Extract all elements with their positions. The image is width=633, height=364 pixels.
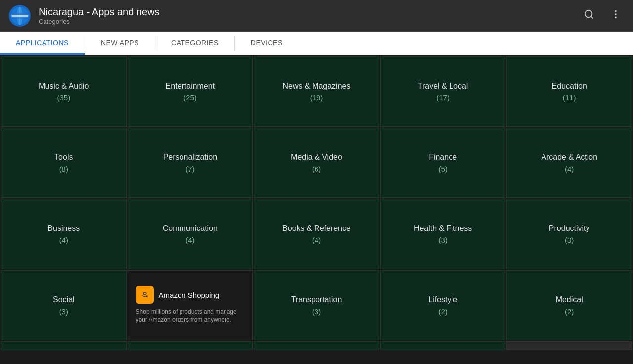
svg-line-10 [591, 16, 593, 18]
tab-devices[interactable]: Devices [235, 32, 299, 55]
svg-rect-7 [12, 15, 28, 17]
svg-point-11 [615, 10, 617, 12]
category-travel-local[interactable]: Travel & Local (17) [380, 56, 506, 127]
ad-app-name: Amazon Shopping [159, 291, 220, 299]
partial-cell-2 [128, 341, 253, 350]
category-education[interactable]: Education (11) [506, 56, 632, 127]
svg-point-12 [615, 13, 617, 15]
tab-new-apps[interactable]: New apps [85, 32, 155, 55]
more-options-icon[interactable] [606, 5, 625, 27]
svg-point-13 [615, 16, 617, 18]
partial-cell-1 [1, 341, 127, 350]
category-arcade-action[interactable]: Arcade & Action (4) [506, 128, 632, 198]
grid-row-2: Tools (8) Personalization (7) Media & Vi… [1, 128, 632, 198]
grid-row-5 [1, 341, 632, 350]
category-personalization[interactable]: Personalization (7) [128, 128, 253, 198]
grid-row-4: Social (3) Amazon Shopping Shop millions… [1, 270, 632, 340]
category-productivity[interactable]: Productivity (3) [506, 199, 632, 269]
app-subtitle: Categories [39, 18, 580, 25]
search-icon[interactable] [580, 5, 598, 27]
category-entertainment[interactable]: Entertainment (25) [128, 56, 253, 127]
ad-amazon-shopping[interactable]: Amazon Shopping Shop millions of product… [128, 270, 253, 340]
app-title: Nicaragua - Apps and news [39, 6, 580, 18]
category-music-audio[interactable]: Music & Audio (35) [1, 56, 127, 127]
grid-row-1: Music & Audio (35) Entertainment (25) Ne… [1, 56, 632, 127]
category-tools[interactable]: Tools (8) [1, 128, 127, 198]
svg-rect-8 [12, 17, 28, 19]
app-logo [8, 4, 32, 28]
amazon-icon [136, 286, 154, 304]
tab-categories[interactable]: Categories [155, 32, 234, 55]
category-books-reference[interactable]: Books & Reference (4) [254, 199, 379, 269]
category-finance[interactable]: Finance (5) [380, 128, 506, 198]
grid-row-3: Business (4) Communication (4) Books & R… [1, 199, 632, 269]
grid-container: Music & Audio (35) Entertainment (25) Ne… [0, 55, 633, 352]
partial-cell-4 [380, 341, 506, 350]
category-communication[interactable]: Communication (4) [128, 199, 253, 269]
category-social[interactable]: Social (3) [1, 270, 127, 340]
category-news-magazines[interactable]: News & Magazines (19) [254, 56, 379, 127]
tab-applications[interactable]: Applications [0, 32, 85, 55]
header-text: Nicaragua - Apps and news Categories [39, 6, 580, 25]
ad-header: Amazon Shopping [136, 286, 220, 304]
header-actions [580, 5, 625, 27]
svg-point-9 [585, 10, 592, 17]
partial-cell-5 [506, 341, 632, 350]
category-lifestyle[interactable]: Lifestyle (2) [380, 270, 506, 340]
category-media-video[interactable]: Media & Video (6) [254, 128, 379, 198]
header: Nicaragua - Apps and news Categories [0, 0, 633, 32]
category-transportation[interactable]: Transportation (3) [254, 270, 379, 340]
nav-tabs: Applications New apps Categories Devices [0, 32, 633, 55]
ad-description: Shop millions of products and manage you… [136, 308, 245, 324]
partial-cell-3 [254, 341, 379, 350]
category-health-fitness[interactable]: Health & Fitness (3) [380, 199, 506, 269]
category-medical[interactable]: Medical (2) [506, 270, 632, 340]
category-business[interactable]: Business (4) [1, 199, 127, 269]
svg-rect-6 [12, 13, 28, 15]
